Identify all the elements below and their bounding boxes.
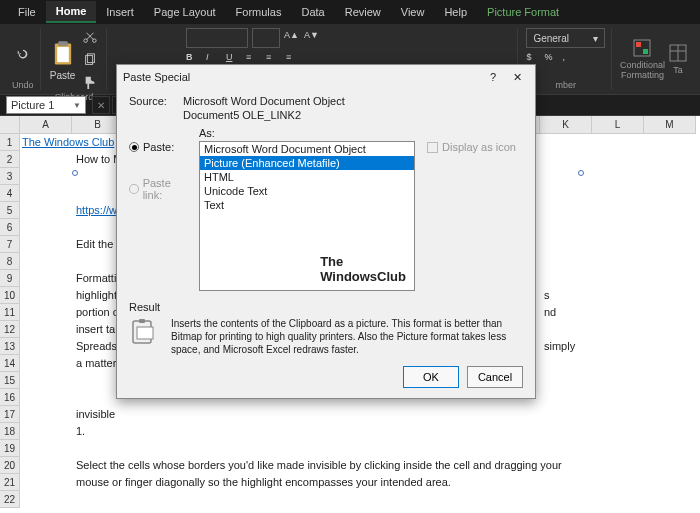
row-header[interactable]: 9 <box>0 270 20 287</box>
row-header[interactable]: 7 <box>0 236 20 253</box>
row-header[interactable]: 21 <box>0 474 20 491</box>
row-header[interactable]: 16 <box>0 389 20 406</box>
watermark: The WindowsClub <box>320 255 406 284</box>
cell-b9: Formatti <box>76 272 116 284</box>
tab-picture-format[interactable]: Picture Format <box>477 2 569 22</box>
select-all-corner[interactable] <box>0 116 20 134</box>
tab-view[interactable]: View <box>391 2 435 22</box>
row-header[interactable]: 18 <box>0 423 20 440</box>
col-header[interactable]: A <box>20 116 72 134</box>
cell-tail11: nd <box>544 306 556 318</box>
radio-icon <box>129 184 139 194</box>
group-undo: Undo <box>6 28 41 90</box>
name-box[interactable]: Picture 1▼ <box>6 96 86 114</box>
tab-help[interactable]: Help <box>434 2 477 22</box>
paste-as-listbox[interactable]: Microsoft Word Document Object Picture (… <box>199 141 415 291</box>
tab-formulas[interactable]: Formulas <box>226 2 292 22</box>
row-header[interactable]: 22 <box>0 491 20 508</box>
group-styles: Conditional Formatting Ta <box>614 28 694 90</box>
list-item[interactable]: Text <box>200 198 414 212</box>
tab-data[interactable]: Data <box>291 2 334 22</box>
tab-review[interactable]: Review <box>335 2 391 22</box>
cell-b10: highlight <box>76 289 117 301</box>
row-header[interactable]: 17 <box>0 406 20 423</box>
dialog-title: Paste Special <box>123 71 481 83</box>
selection-handle[interactable] <box>72 170 78 176</box>
cell-b5[interactable]: https://w <box>76 204 117 216</box>
cond-fmt-icon <box>632 38 652 58</box>
ok-button[interactable]: OK <box>403 366 459 388</box>
result-description: Inserts the contents of the Clipboard as… <box>171 317 523 356</box>
row-header[interactable]: 1 <box>0 134 20 151</box>
list-item[interactable]: HTML <box>200 170 414 184</box>
table-icon <box>668 43 688 63</box>
row-header[interactable]: 8 <box>0 253 20 270</box>
as-label: As: <box>199 127 415 139</box>
paste-radio[interactable]: Paste: <box>129 141 191 153</box>
cancel-button[interactable]: Cancel <box>467 366 523 388</box>
font-name-input[interactable] <box>187 29 247 47</box>
result-preview-icon <box>129 317 161 349</box>
row-header[interactable]: 2 <box>0 151 20 168</box>
copy-icon[interactable] <box>80 50 100 70</box>
cell-b21: mouse or finger diagonally so the highli… <box>76 476 451 488</box>
conditional-formatting-button[interactable]: Conditional Formatting <box>620 38 665 80</box>
row-header[interactable]: 4 <box>0 185 20 202</box>
cell-b20: Select the cells whose borders you'd lik… <box>76 459 562 471</box>
ribbon-tabs: File Home Insert Page Layout Formulas Da… <box>0 0 700 24</box>
row-header[interactable]: 13 <box>0 338 20 355</box>
row-header[interactable]: 11 <box>0 304 20 321</box>
row-header[interactable]: 6 <box>0 219 20 236</box>
font-name-box[interactable] <box>186 28 248 48</box>
format-painter-icon[interactable] <box>80 72 100 92</box>
cancel-formula-icon[interactable]: ✕ <box>92 96 110 114</box>
row-header[interactable]: 19 <box>0 440 20 457</box>
percent-icon[interactable]: % <box>544 52 560 68</box>
help-icon[interactable]: ? <box>481 67 505 87</box>
selection-handle[interactable] <box>578 170 584 176</box>
col-header[interactable]: M <box>644 116 696 134</box>
checkbox-icon <box>427 142 438 153</box>
cell-b7: Edit the l <box>76 238 119 250</box>
chevron-down-icon: ▾ <box>593 33 598 44</box>
font-size-input[interactable] <box>253 29 279 47</box>
tab-insert[interactable]: Insert <box>96 2 144 22</box>
format-table-button[interactable]: Ta <box>668 43 688 75</box>
col-header[interactable]: L <box>592 116 644 134</box>
cell-b14: a matter <box>76 357 116 369</box>
paste-button[interactable]: Paste <box>49 40 77 81</box>
cell-b18: 1. <box>76 425 85 437</box>
dialog-titlebar[interactable]: Paste Special ? ✕ <box>117 65 535 89</box>
tab-home[interactable]: Home <box>46 1 97 23</box>
number-format-dropdown[interactable]: General▾ <box>526 28 605 48</box>
row-header[interactable]: 20 <box>0 457 20 474</box>
increase-font-icon[interactable]: A▲ <box>284 30 300 46</box>
row-header[interactable]: 3 <box>0 168 20 185</box>
source-value-2: Document5 OLE_LINK2 <box>183 109 301 121</box>
source-value-1: Microsoft Word Document Object <box>183 95 345 107</box>
row-header[interactable]: 12 <box>0 321 20 338</box>
row-header[interactable]: 5 <box>0 202 20 219</box>
tab-file[interactable]: File <box>8 2 46 22</box>
paste-special-dialog: Paste Special ? ✕ Source: Microsoft Word… <box>116 64 536 399</box>
col-header[interactable]: K <box>540 116 592 134</box>
tab-page-layout[interactable]: Page Layout <box>144 2 226 22</box>
row-header[interactable]: 15 <box>0 372 20 389</box>
list-item[interactable]: Unicode Text <box>200 184 414 198</box>
font-size-box[interactable] <box>252 28 280 48</box>
cell-b17: invisible <box>76 408 115 420</box>
row-header[interactable]: 14 <box>0 355 20 372</box>
close-icon[interactable]: ✕ <box>505 67 529 87</box>
list-item[interactable]: Picture (Enhanced Metafile) <box>200 156 414 170</box>
cell-a1[interactable]: The Windows Club <box>22 136 114 148</box>
undo-icon[interactable] <box>13 44 33 64</box>
comma-icon[interactable]: , <box>562 52 578 68</box>
svg-rect-13 <box>137 327 153 339</box>
decrease-font-icon[interactable]: A▼ <box>304 30 320 46</box>
clipboard-icon <box>49 40 77 68</box>
list-item[interactable]: Microsoft Word Document Object <box>200 142 414 156</box>
radio-icon <box>129 142 139 152</box>
group-undo-label: Undo <box>12 80 34 90</box>
cut-icon[interactable] <box>80 28 100 48</box>
row-header[interactable]: 10 <box>0 287 20 304</box>
